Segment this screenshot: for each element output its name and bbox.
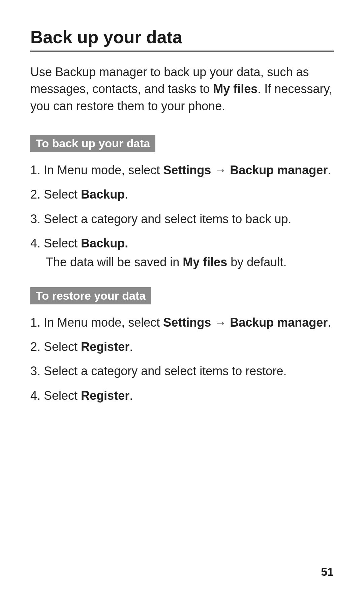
step-bold: Backup manager (230, 163, 328, 177)
restore-step-2: Select Register. (30, 338, 334, 356)
step-bold: Register (81, 389, 129, 402)
backup-step-3: Select a category and select items to ba… (30, 210, 334, 228)
step-bold: Settings (163, 163, 211, 177)
section-label-restore: To restore your data (30, 287, 151, 304)
backup-step-1: In Menu mode, select Settings → Backup m… (30, 161, 334, 179)
step-bold: Backup manager (230, 316, 328, 329)
intro-paragraph: Use Backup manager to back up your data,… (30, 64, 334, 115)
step-bold: Settings (163, 316, 211, 329)
step-bold: Backup. (81, 236, 128, 250)
intro-bold-1: My files (213, 82, 257, 96)
sub-bold: My files (183, 255, 227, 269)
page-title: Back up your data (30, 27, 334, 52)
section-restore: To restore your data In Menu mode, selec… (30, 287, 334, 405)
restore-step-1: In Menu mode, select Settings → Backup m… (30, 314, 334, 331)
step-subtext: The data will be saved in My files by de… (46, 253, 334, 271)
step-text: . (125, 187, 128, 201)
arrow-icon: → (211, 316, 230, 329)
arrow-icon: → (211, 163, 230, 177)
backup-step-4: Select Backup. The data will be saved in… (30, 235, 334, 271)
step-text: Select (44, 236, 81, 250)
restore-steps: In Menu mode, select Settings → Backup m… (30, 314, 334, 405)
section-backup: To back up your data In Menu mode, selec… (30, 135, 334, 271)
page-number: 51 (321, 565, 334, 578)
step-text: Select (44, 340, 81, 354)
step-bold: Register (81, 340, 129, 354)
restore-step-3: Select a category and select items to re… (30, 362, 334, 380)
sub-text: The data will be saved in (46, 255, 183, 269)
step-bold: Backup (81, 187, 125, 201)
step-text: Select a category and select items to re… (44, 364, 286, 378)
restore-step-4: Select Register. (30, 387, 334, 405)
step-text: In Menu mode, select (44, 163, 163, 177)
backup-step-2: Select Backup. (30, 186, 334, 203)
step-text: In Menu mode, select (44, 316, 163, 329)
document-page: Back up your data Use Backup manager to … (0, 0, 364, 441)
step-text: Select (44, 389, 81, 402)
step-text: . (328, 316, 331, 329)
step-text: . (129, 389, 133, 402)
step-text: Select (44, 187, 81, 201)
step-text: . (129, 340, 133, 354)
backup-steps: In Menu mode, select Settings → Backup m… (30, 161, 334, 271)
step-text: . (328, 163, 331, 177)
sub-text: by default. (227, 255, 286, 269)
section-label-backup: To back up your data (30, 135, 155, 152)
step-text: Select a category and select items to ba… (44, 212, 291, 226)
